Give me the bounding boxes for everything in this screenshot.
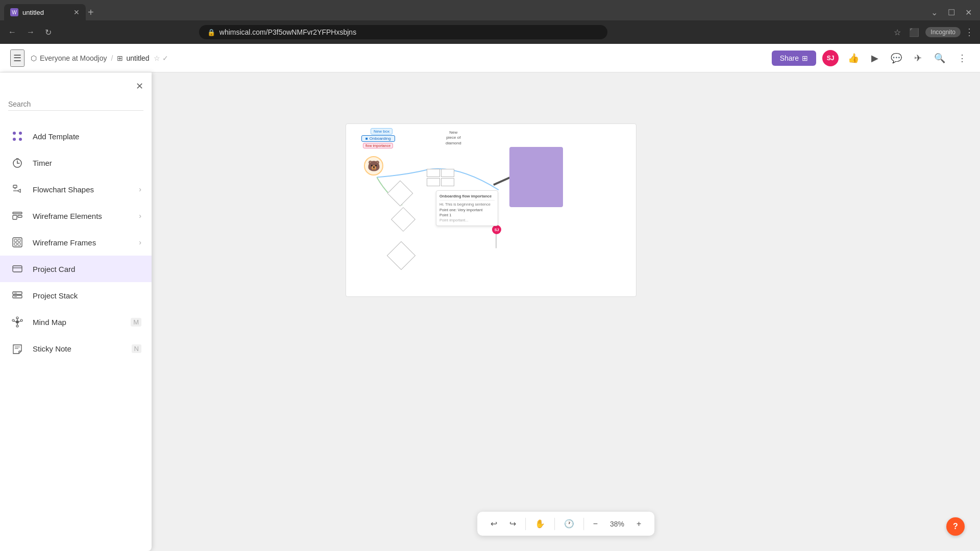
- maximize-button[interactable]: ☐: [944, 8, 959, 17]
- svg-point-0: [13, 132, 16, 135]
- breadcrumb-workspace[interactable]: ⬡ Everyone at Moodjoy: [31, 54, 107, 62]
- project-card-icon: [10, 262, 24, 276]
- svg-point-26: [16, 320, 19, 323]
- svg-rect-12: [13, 212, 22, 214]
- window-controls: ⌄ ☐ ✕: [927, 8, 976, 17]
- svg-rect-18: [14, 243, 17, 245]
- svg-point-28: [16, 317, 18, 319]
- sidebar-item-wireframe-frames[interactable]: Wireframe Frames ›: [0, 229, 152, 256]
- purple-rectangle: [509, 147, 563, 207]
- cursor-indicator: SJ: [492, 225, 501, 234]
- new-piece-label: New piece of diamond: [446, 130, 461, 146]
- sidebar-item-project-card[interactable]: Project Card: [0, 256, 152, 282]
- svg-rect-16: [14, 239, 17, 242]
- comment-button[interactable]: 💬: [888, 49, 905, 67]
- star-button[interactable]: ☆: [154, 54, 160, 62]
- close-window-button[interactable]: ✕: [961, 8, 976, 17]
- tab-close-button[interactable]: ✕: [74, 8, 80, 16]
- incognito-badge: Incognito: [925, 27, 961, 37]
- wireframe-frames-label: Wireframe Frames: [33, 238, 131, 247]
- svg-rect-17: [18, 239, 20, 242]
- project-stack-icon: [10, 288, 24, 303]
- new-section-label: new section: [346, 170, 346, 191]
- mind-map-shortcut: M: [131, 318, 141, 327]
- header-right: Share ⊞ SJ 👍 ▶ 💬 ✈ 🔍 ⋮: [772, 49, 970, 67]
- zoom-out-button[interactable]: −: [588, 516, 603, 532]
- sidebar-item-sticky-note[interactable]: Sticky Note N: [0, 335, 152, 362]
- history-button[interactable]: 🕐: [559, 516, 579, 532]
- url-bar[interactable]: 🔒 whimsical.com/P3f5owNMFvr2YFPHxsbjns: [199, 25, 607, 39]
- sidebar-item-add-template[interactable]: Add Template: [0, 123, 152, 149]
- sidebar-item-timer[interactable]: Timer: [0, 149, 152, 176]
- tab-favicon: W: [10, 8, 18, 16]
- like-button[interactable]: 👍: [845, 49, 862, 67]
- sidebar-items-list: Add Template Timer: [0, 119, 152, 551]
- main-layout: ✕ Add Template: [0, 72, 980, 551]
- browser-menu-button[interactable]: ⋮: [965, 27, 974, 38]
- canvas-area[interactable]: New box ■ Onboarding flow importance new…: [152, 72, 980, 551]
- hand-tool-button[interactable]: ✋: [530, 516, 550, 532]
- present-button[interactable]: ▶: [868, 49, 881, 67]
- svg-point-34: [16, 325, 18, 327]
- help-button[interactable]: ?: [946, 517, 965, 536]
- sidebar-close-button[interactable]: ✕: [136, 81, 143, 92]
- zoom-in-button[interactable]: +: [631, 516, 646, 532]
- mind-map-icon: [10, 315, 24, 329]
- reload-button[interactable]: ↻: [43, 26, 54, 39]
- flowchart-icon: [10, 182, 24, 196]
- diamond-1: [387, 181, 413, 207]
- lock-icon: 🔒: [207, 29, 215, 36]
- new-box-label: New box: [371, 128, 393, 135]
- bear-emoji: 🐻: [364, 156, 383, 176]
- more-button[interactable]: ⋮: [954, 49, 970, 67]
- sticky-note-shortcut: N: [132, 344, 141, 353]
- diagram-frame: New box ■ Onboarding flow importance new…: [346, 123, 636, 297]
- menu-button[interactable]: ☰: [10, 49, 24, 67]
- search-input[interactable]: [8, 98, 143, 111]
- svg-rect-19: [18, 243, 20, 245]
- svg-rect-23: [13, 295, 22, 298]
- extensions-icon[interactable]: ⬛: [907, 26, 921, 39]
- bottom-toolbar: ↩ ↪ ✋ 🕐 − 38% +: [477, 512, 655, 536]
- sidebar-item-flowchart[interactable]: Flowchart Shapes ›: [0, 176, 152, 203]
- svg-rect-15: [13, 238, 22, 247]
- avatar[interactable]: SJ: [822, 50, 839, 66]
- toolbar-divider-2: [554, 518, 555, 530]
- minimize-button[interactable]: ⌄: [927, 8, 942, 17]
- bookmark-icon[interactable]: ☆: [892, 26, 903, 39]
- sidebar-search[interactable]: [8, 98, 143, 111]
- breadcrumb-doc[interactable]: ⊞ untitled: [117, 54, 149, 62]
- breadcrumb-separator: /: [111, 54, 113, 62]
- add-template-icon: [10, 129, 24, 143]
- info-card: Onboarding flow importance Hi. This is b…: [436, 190, 498, 226]
- sidebar-item-wireframe-elements[interactable]: Wireframe Elements ›: [0, 203, 152, 229]
- svg-point-3: [19, 138, 22, 141]
- workspace-name: Everyone at Moodjoy: [40, 54, 107, 62]
- send-button[interactable]: ✈: [911, 49, 925, 67]
- undo-button[interactable]: ↩: [485, 516, 502, 532]
- svg-rect-22: [13, 292, 22, 294]
- search-button[interactable]: 🔍: [931, 49, 948, 67]
- sidebar-item-mind-map[interactable]: Mind Map M: [0, 309, 152, 335]
- wireframe-elements-label: Wireframe Elements: [33, 212, 131, 220]
- browser-tab[interactable]: W untitled ✕: [4, 4, 86, 20]
- new-tab-button[interactable]: +: [88, 7, 94, 18]
- back-button[interactable]: ←: [6, 26, 18, 39]
- forward-button[interactable]: →: [24, 26, 37, 39]
- add-template-label: Add Template: [33, 132, 141, 141]
- share-button[interactable]: Share ⊞: [772, 51, 816, 66]
- svg-rect-20: [13, 266, 22, 272]
- svg-rect-13: [13, 215, 17, 219]
- flowchart-arrow: ›: [139, 185, 141, 193]
- svg-rect-8: [13, 185, 17, 188]
- share-label: Share: [780, 54, 799, 62]
- diamond-2: [391, 207, 415, 232]
- timer-label: Timer: [33, 159, 141, 167]
- redo-button[interactable]: ↪: [504, 516, 521, 532]
- mind-map-label: Mind Map: [33, 318, 122, 327]
- check-button[interactable]: ✓: [162, 54, 168, 62]
- sidebar-item-project-stack[interactable]: Project Stack: [0, 282, 152, 309]
- rect-grid: [427, 169, 454, 186]
- flowchart-label: Flowchart Shapes: [33, 185, 131, 194]
- info-card-more: Point important...: [439, 218, 495, 222]
